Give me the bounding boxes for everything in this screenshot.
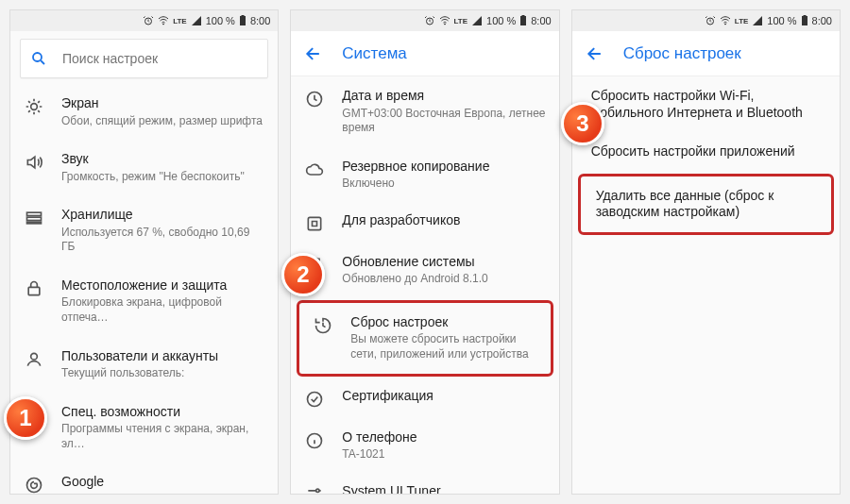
search-box[interactable] bbox=[20, 39, 268, 78]
title: Хранилище bbox=[61, 207, 264, 224]
title: Дата и время bbox=[342, 88, 545, 105]
svg-point-5 bbox=[31, 104, 38, 110]
alarm-icon bbox=[424, 15, 435, 26]
battery-label: 100 % bbox=[206, 15, 235, 26]
signal-icon bbox=[471, 15, 483, 26]
title: Обновление системы bbox=[342, 254, 545, 271]
svg-point-20 bbox=[308, 392, 322, 406]
page-title: Сброс настроек bbox=[623, 44, 741, 63]
developer-icon bbox=[304, 212, 325, 233]
wifi-icon bbox=[158, 15, 169, 26]
brightness-icon bbox=[24, 95, 44, 116]
title: Google bbox=[61, 474, 264, 491]
search-input[interactable] bbox=[60, 50, 258, 67]
title: Для разработчиков bbox=[342, 212, 545, 229]
title: Удалить все данные (сброс к заводским на… bbox=[596, 188, 818, 221]
alarm-icon bbox=[143, 15, 154, 26]
verified-icon bbox=[304, 388, 325, 409]
status-bar: LTE 100 % 8:00 bbox=[572, 10, 840, 31]
storage-icon bbox=[24, 207, 44, 227]
screen-reset: LTE 100 % 8:00 Сброс настроек Сбросить н… bbox=[571, 9, 841, 495]
title: Местоположение и защита bbox=[61, 277, 264, 294]
app-bar: Система bbox=[291, 31, 558, 76]
setting-update[interactable]: Обновление системыОбновлено до Android 8… bbox=[291, 243, 558, 298]
svg-point-22 bbox=[316, 489, 319, 492]
subtitle: Используется 67 %, свободно 10,69 ГБ bbox=[61, 226, 264, 255]
subtitle: Обои, спящий режим, размер шрифта bbox=[61, 114, 264, 129]
status-bar: LTE 100 % 8:00 bbox=[291, 10, 558, 31]
setting-reset[interactable]: Сброс настроекВы можете сбросить настрой… bbox=[297, 300, 552, 377]
svg-rect-19 bbox=[309, 217, 321, 229]
back-icon[interactable] bbox=[304, 44, 323, 63]
title: Сбросить настройки Wi-Fi, мобильного Инт… bbox=[591, 88, 826, 121]
setting-sound[interactable]: ЗвукГромкость, режим "Не беспокоить" bbox=[10, 140, 278, 195]
clock-icon bbox=[304, 88, 325, 109]
alarm-icon bbox=[705, 15, 716, 26]
svg-point-10 bbox=[31, 353, 38, 360]
subtitle: Включено bbox=[342, 176, 545, 192]
network-label: LTE bbox=[454, 17, 468, 25]
reset-network[interactable]: Сбросить настройки Wi-Fi, мобильного Инт… bbox=[572, 76, 840, 132]
svg-point-12 bbox=[27, 479, 42, 493]
reset-list: Сбросить настройки Wi-Fi, мобильного Инт… bbox=[572, 76, 840, 494]
setting-developer[interactable]: Для разработчиков bbox=[291, 203, 558, 243]
subtitle: Программы чтения с экрана, экран, эл… bbox=[61, 422, 264, 451]
svg-rect-2 bbox=[240, 16, 246, 25]
subtitle: Громкость, режим "Не беспокоить" bbox=[61, 170, 264, 185]
setting-ui-tuner[interactable]: System UI Tuner bbox=[291, 474, 558, 494]
setting-google[interactable]: GoogleСервисы и настройки bbox=[10, 462, 278, 494]
setting-storage[interactable]: ХранилищеИспользуется 67 %, свободно 10,… bbox=[10, 195, 278, 266]
svg-point-15 bbox=[444, 24, 445, 25]
setting-display[interactable]: ЭкранОбои, спящий режим, размер шрифта bbox=[10, 84, 278, 140]
signal-icon bbox=[752, 15, 763, 26]
battery-label: 100 % bbox=[767, 15, 796, 26]
cloud-icon bbox=[304, 159, 325, 179]
app-bar: Сброс настроек bbox=[572, 31, 840, 76]
setting-backup[interactable]: Резервное копированиеВключено bbox=[291, 147, 558, 203]
step-badge-1: 1 bbox=[4, 396, 47, 440]
svg-rect-17 bbox=[522, 15, 525, 17]
clock-label: 8:00 bbox=[250, 15, 270, 26]
title: Экран bbox=[61, 95, 264, 112]
network-label: LTE bbox=[173, 17, 187, 25]
tune-icon bbox=[304, 483, 325, 494]
status-bar: LTE 100 % 8:00 bbox=[10, 10, 278, 31]
title: Резервное копирование bbox=[342, 159, 545, 176]
google-icon bbox=[24, 474, 44, 494]
svg-rect-9 bbox=[28, 287, 40, 294]
subtitle: Обновлено до Android 8.1.0 bbox=[342, 272, 545, 287]
setting-accounts[interactable]: Пользователи и аккаунтыТекущий пользоват… bbox=[10, 337, 278, 393]
setting-security[interactable]: Местоположение и защитаБлокировка экрана… bbox=[10, 266, 278, 337]
page-title: Система bbox=[342, 44, 406, 63]
subtitle: Сервисы и настройки bbox=[61, 493, 264, 494]
subtitle: Блокировка экрана, цифровой отпеча… bbox=[61, 295, 264, 325]
title: Сертификация bbox=[342, 388, 545, 405]
battery-icon bbox=[239, 15, 246, 26]
screen-settings-root: LTE 100 % 8:00 ЭкранОбои, спящий режим, … bbox=[9, 9, 279, 495]
volume-icon bbox=[24, 151, 44, 172]
setting-about[interactable]: О телефонеTA-1021 bbox=[291, 418, 558, 474]
account-icon bbox=[24, 348, 44, 369]
reset-apps[interactable]: Сбросить настройки приложений bbox=[572, 132, 840, 172]
svg-rect-27 bbox=[803, 15, 806, 17]
lock-icon bbox=[24, 277, 44, 298]
setting-accessibility[interactable]: Спец. возможностиПрограммы чтения с экра… bbox=[10, 393, 278, 463]
system-list: Дата и времяGMT+03:00 Восточная Европа, … bbox=[291, 76, 558, 494]
setting-datetime[interactable]: Дата и времяGMT+03:00 Восточная Европа, … bbox=[291, 76, 558, 147]
title: Спец. возможности bbox=[61, 404, 264, 421]
battery-label: 100 % bbox=[486, 15, 516, 26]
svg-rect-7 bbox=[27, 217, 42, 220]
setting-certification[interactable]: Сертификация bbox=[291, 378, 558, 418]
subtitle: Текущий пользователь: bbox=[61, 366, 264, 381]
svg-point-25 bbox=[724, 24, 725, 25]
network-label: LTE bbox=[735, 17, 749, 25]
subtitle: Вы можете сбросить настройки сети, прило… bbox=[350, 332, 536, 361]
reset-factory[interactable]: Удалить все данные (сброс к заводским на… bbox=[578, 174, 834, 235]
back-icon[interactable] bbox=[586, 44, 604, 63]
step-badge-3: 3 bbox=[561, 102, 604, 145]
restore-icon bbox=[313, 314, 333, 335]
svg-rect-26 bbox=[802, 16, 808, 25]
clock-label: 8:00 bbox=[531, 15, 551, 26]
svg-rect-8 bbox=[27, 222, 42, 224]
settings-list: ЭкранОбои, спящий режим, размер шрифта З… bbox=[10, 84, 278, 494]
